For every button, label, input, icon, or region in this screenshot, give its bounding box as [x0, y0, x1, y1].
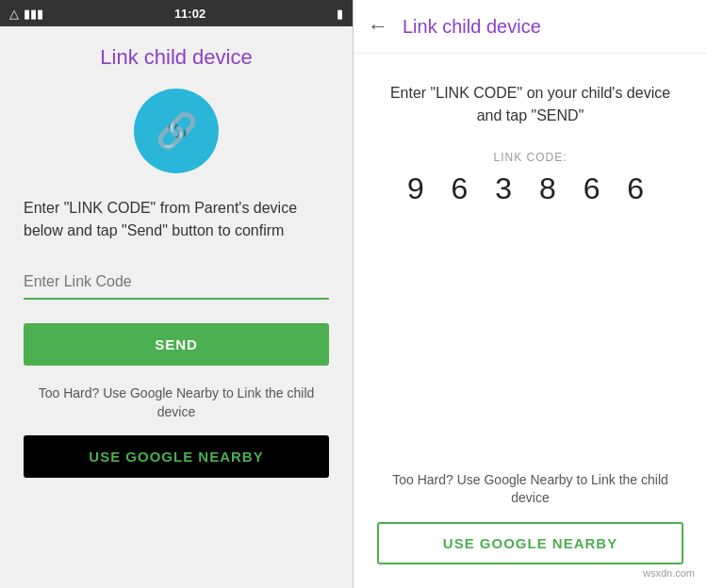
child-instruction-text: Enter "LINK CODE" from Parent's device b… [24, 197, 329, 242]
chain-icon-circle: 🔗 [134, 89, 219, 173]
parent-device-screen: ← Link child device Enter "LINK CODE" on… [354, 0, 707, 588]
link-chain-icon: 🔗 [156, 111, 198, 151]
back-button[interactable]: ← [368, 14, 388, 39]
right-page-title: Link child device [403, 16, 541, 38]
parent-header: ← Link child device [354, 0, 707, 54]
wifi-icon: △ [9, 7, 19, 21]
status-bar: △ ▮▮▮ 11:02 ▮ [0, 0, 353, 26]
status-left-icons: △ ▮▮▮ [9, 7, 43, 21]
send-button[interactable]: SEND [24, 323, 329, 366]
child-too-hard-text: Too Hard? Use Google Nearby to Link the … [24, 384, 329, 421]
signal-icon: ▮▮▮ [24, 7, 43, 21]
child-google-nearby-button[interactable]: USE GOOGLE NEARBY [24, 435, 329, 478]
parent-too-hard-text: Too Hard? Use Google Nearby to Link the … [377, 471, 683, 508]
link-code-value: 9 6 3 8 6 6 [407, 172, 653, 206]
watermark: wsxdn.com [635, 563, 702, 583]
child-device-screen: △ ▮▮▮ 11:02 ▮ Link child device 🔗 Enter … [0, 0, 354, 588]
link-code-input[interactable] [24, 266, 329, 300]
status-time: 11:02 [174, 7, 206, 21]
link-code-label: LINK CODE: [493, 151, 567, 164]
child-device-content: Link child device 🔗 Enter "LINK CODE" fr… [0, 26, 353, 588]
parent-google-nearby-button[interactable]: USE GOOGLE NEARBY [377, 522, 683, 564]
status-right-icons: ▮ [337, 7, 343, 21]
parent-instruction-text: Enter "LINK CODE" on your child's device… [377, 82, 683, 127]
parent-device-content: Enter "LINK CODE" on your child's device… [354, 54, 707, 471]
battery-icon: ▮ [337, 7, 343, 21]
left-page-title: Link child device [100, 45, 252, 70]
